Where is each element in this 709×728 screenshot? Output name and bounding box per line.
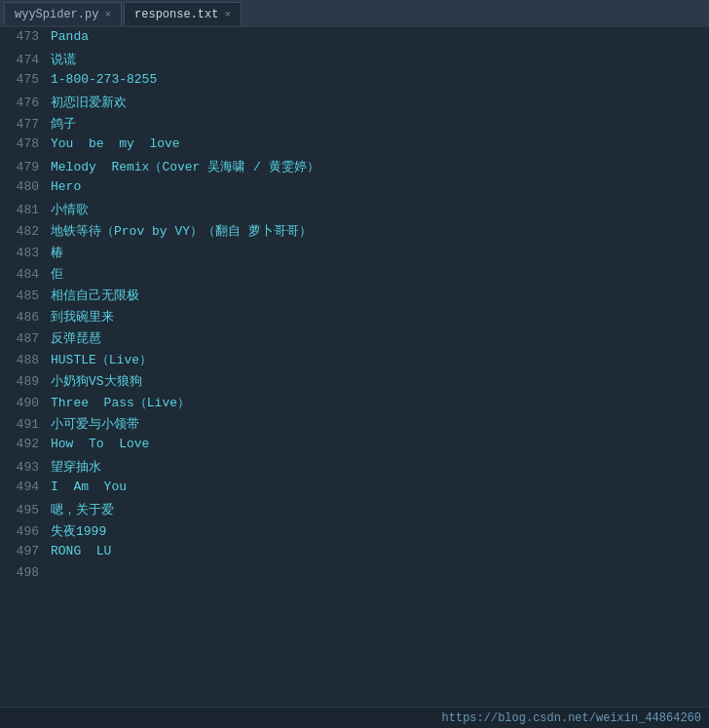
tab-response-txt[interactable]: response.txt× <box>124 2 242 25</box>
line-content: 椿 <box>51 244 63 261</box>
line-number: 478 <box>4 136 51 151</box>
line-number: 486 <box>4 310 51 325</box>
line-content: Panda <box>51 29 89 44</box>
table-row: 474说谎 <box>0 51 709 72</box>
line-content: I Am You <box>51 479 127 494</box>
table-row: 495嗯，关于爱 <box>0 501 709 522</box>
line-content: 佢 <box>51 265 63 283</box>
table-row: 489小奶狗VS大狼狗 <box>0 372 709 394</box>
line-content: 说谎 <box>51 51 76 68</box>
line-number: 475 <box>4 72 51 87</box>
table-row: 486到我碗里来 <box>0 308 709 329</box>
line-content: 失夜1999 <box>51 522 106 540</box>
table-row: 498 <box>0 565 709 587</box>
line-content: 到我碗里来 <box>51 308 114 326</box>
table-row: 493望穿抽水 <box>0 458 709 479</box>
tab-wyySpider-py[interactable]: wyySpider.py× <box>4 2 122 25</box>
table-row: 485相信自己无限极 <box>0 287 709 308</box>
table-row: 497RONG LU <box>0 544 709 565</box>
line-content: 地铁等待（Prov by VY）（翻自 萝卜哥哥） <box>51 222 312 240</box>
table-row: 488HUSTLE（Live） <box>0 351 709 372</box>
line-content: 鸽子 <box>51 115 76 133</box>
tab-label: wyySpider.py <box>15 8 98 21</box>
line-number: 496 <box>4 524 51 539</box>
table-row: 483椿 <box>0 244 709 265</box>
line-number: 490 <box>4 396 51 410</box>
line-content: You be my love <box>51 136 180 151</box>
line-number: 485 <box>4 288 51 303</box>
line-content: 小可爱与小领带 <box>51 415 139 433</box>
line-number: 488 <box>4 353 51 367</box>
line-number: 480 <box>4 179 51 194</box>
line-content: Hero <box>51 179 81 194</box>
table-row: 480Hero <box>0 179 709 201</box>
line-number: 474 <box>4 53 51 67</box>
table-row: 490Three Pass（Live） <box>0 394 709 415</box>
line-content: 反弹琵琶 <box>51 329 101 347</box>
tab-close-icon[interactable]: × <box>224 9 231 20</box>
line-number: 479 <box>4 160 51 174</box>
line-number: 492 <box>4 437 51 451</box>
table-row: 478You be my love <box>0 136 709 158</box>
line-number: 494 <box>4 479 51 494</box>
line-number: 493 <box>4 460 51 475</box>
table-row: 487反弹琵琶 <box>0 329 709 351</box>
line-number: 476 <box>4 96 51 110</box>
line-content: 1-800-273-8255 <box>51 72 157 87</box>
line-number: 498 <box>4 565 51 580</box>
line-content: Three Pass（Live） <box>51 394 190 411</box>
line-number: 487 <box>4 331 51 346</box>
line-content: 望穿抽水 <box>51 458 101 476</box>
table-row: 4751-800-273-8255 <box>0 72 709 94</box>
line-content: 初恋旧爱新欢 <box>51 94 127 111</box>
line-content: 相信自己无限极 <box>51 287 139 304</box>
line-number: 484 <box>4 267 51 282</box>
table-row: 492How To Love <box>0 437 709 458</box>
status-bar: https://blog.csdn.net/weixin_44864260 <box>0 707 709 728</box>
line-number: 495 <box>4 503 51 517</box>
table-row: 484佢 <box>0 265 709 287</box>
tab-bar: wyySpider.py×response.txt× <box>0 0 709 27</box>
line-content: HUSTLE（Live） <box>51 351 152 368</box>
line-number: 481 <box>4 203 51 217</box>
line-number: 491 <box>4 417 51 432</box>
line-number: 482 <box>4 224 51 239</box>
table-row: 482地铁等待（Prov by VY）（翻自 萝卜哥哥） <box>0 222 709 244</box>
table-row: 473Panda <box>0 29 709 51</box>
line-number: 477 <box>4 117 51 132</box>
status-link[interactable]: https://blog.csdn.net/weixin_44864260 <box>442 711 701 725</box>
tab-close-icon[interactable]: × <box>104 9 111 20</box>
content-area: 473Panda474说谎4751-800-273-8255476初恋旧爱新欢4… <box>0 27 709 707</box>
line-content: 小奶狗VS大狼狗 <box>51 372 142 390</box>
table-row: 481小情歌 <box>0 201 709 222</box>
line-number: 497 <box>4 544 51 558</box>
table-row: 494I Am You <box>0 479 709 501</box>
line-content: 小情歌 <box>51 201 89 218</box>
line-number: 489 <box>4 374 51 389</box>
table-row: 479Melody Remix（Cover 吴海啸 / 黄雯婷） <box>0 158 709 179</box>
tab-label: response.txt <box>134 8 218 21</box>
line-number: 473 <box>4 29 51 44</box>
line-container: 473Panda474说谎4751-800-273-8255476初恋旧爱新欢4… <box>0 27 709 707</box>
line-content: Melody Remix（Cover 吴海啸 / 黄雯婷） <box>51 158 319 175</box>
table-row: 477鸽子 <box>0 115 709 136</box>
line-content: RONG LU <box>51 544 111 558</box>
table-row: 496失夜1999 <box>0 522 709 544</box>
line-number: 483 <box>4 246 51 260</box>
line-content: How To Love <box>51 437 149 451</box>
table-row: 491小可爱与小领带 <box>0 415 709 437</box>
line-content: 嗯，关于爱 <box>51 501 114 518</box>
table-row: 476初恋旧爱新欢 <box>0 94 709 115</box>
